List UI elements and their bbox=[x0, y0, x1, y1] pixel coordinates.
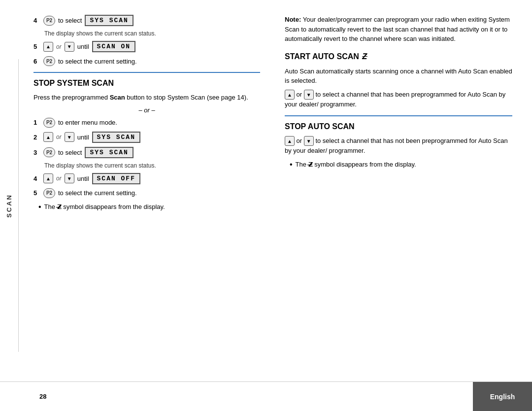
stop-auto-scan-body1: ▲ or ▼ to select a channel that has not … bbox=[285, 136, 512, 156]
left-column: 4 P2 to select SYS SCAN The display show… bbox=[33, 15, 260, 367]
note-text: Your dealer/programmer can preprogram yo… bbox=[285, 16, 510, 42]
lcd-display: SCAN ON bbox=[92, 41, 136, 52]
display-note: The display shows the current scan statu… bbox=[44, 30, 260, 37]
arrow-up-btn: ▲ bbox=[43, 42, 53, 52]
start-auto-scan-body2: ▲ or ▼ to select a channel that has been… bbox=[285, 90, 512, 109]
p2-button: P2 bbox=[43, 118, 55, 128]
stop-auto-scan-heading: STOP AUTO SCAN bbox=[285, 122, 512, 131]
content-columns: 4 P2 to select SYS SCAN The display show… bbox=[19, 0, 532, 381]
section-divider bbox=[33, 72, 260, 73]
language-tab: English bbox=[473, 382, 532, 411]
step-text: to select the current setting. bbox=[58, 58, 137, 65]
page-wrapper: SCAN 4 P2 to select SYS SCAN The display… bbox=[0, 0, 532, 411]
main-content: SCAN 4 P2 to select SYS SCAN The display… bbox=[0, 0, 532, 381]
lcd-display: SCAN OFF bbox=[92, 173, 140, 184]
step-num: 1 bbox=[33, 119, 40, 126]
or-text: or bbox=[56, 134, 62, 140]
language-label: English bbox=[490, 393, 515, 401]
auto-scan-icon: Z bbox=[361, 52, 368, 62]
arrow-up-btn: ▲ bbox=[43, 173, 53, 183]
bullet-text-right: The Z̶ symbol disappears from the displa… bbox=[296, 160, 416, 170]
bullet-item: • The Z̶ symbol disappears from the disp… bbox=[38, 202, 260, 212]
arrow-down-inline: ▼ bbox=[304, 90, 314, 100]
step-2: 2 ▲ or ▼ until SYS SCAN bbox=[33, 132, 260, 143]
step-num: 5 bbox=[33, 189, 40, 197]
bullet-dot-right: • bbox=[290, 160, 293, 170]
step-num: 6 bbox=[33, 58, 40, 65]
p2-button: P2 bbox=[43, 188, 55, 198]
step-1: 1 P2 to enter menu mode. bbox=[33, 118, 260, 128]
step-4-intro: 4 P2 to select SYS SCAN bbox=[33, 15, 260, 26]
step-text: until bbox=[77, 43, 89, 50]
step-text: until bbox=[77, 134, 89, 141]
step-text: to select bbox=[58, 149, 82, 156]
start-auto-scan-label: START AUTO SCAN bbox=[285, 52, 359, 61]
stop-system-scan-heading: STOP SYSTEM SCAN bbox=[33, 79, 260, 88]
step-4: 4 ▲ or ▼ until SCAN OFF bbox=[33, 173, 260, 184]
side-tab-label: SCAN bbox=[5, 194, 13, 218]
arrow-down-btn: ▼ bbox=[65, 132, 74, 142]
note-label: Note: bbox=[285, 16, 303, 23]
start-auto-scan-heading: START AUTO SCAN Z bbox=[285, 52, 512, 62]
p2-button: P2 bbox=[43, 147, 55, 157]
display-note: The display shows the current scan statu… bbox=[44, 162, 260, 169]
arrow-down-inline-2: ▼ bbox=[304, 136, 314, 146]
step-num: 3 bbox=[33, 149, 40, 156]
or-separator: – or – bbox=[33, 106, 260, 114]
bullet-text: The Z̶ symbol disappears from the displa… bbox=[44, 202, 165, 212]
p2-button: P2 bbox=[43, 56, 55, 66]
arrow-up-inline: ▲ bbox=[285, 90, 295, 100]
p2-button: P2 bbox=[43, 16, 55, 26]
step-5: 5 P2 to select the current setting. bbox=[33, 188, 260, 198]
step-6-intro: 6 P2 to select the current setting. bbox=[33, 56, 260, 66]
side-tab: SCAN bbox=[0, 59, 19, 352]
step-num: 4 bbox=[33, 17, 40, 24]
arrow-down-btn: ▼ bbox=[65, 173, 74, 183]
arrow-down-btn: ▼ bbox=[65, 42, 74, 52]
step-5-intro: 5 ▲ or ▼ until SCAN ON bbox=[33, 41, 260, 52]
lcd-display: SYS SCAN bbox=[85, 15, 133, 26]
lcd-display: SYS SCAN bbox=[85, 147, 133, 158]
page-number-area: 28 bbox=[0, 382, 473, 411]
arrow-up-inline-2: ▲ bbox=[285, 136, 295, 146]
step-text: to select the current setting. bbox=[58, 189, 137, 197]
step-num: 5 bbox=[33, 43, 40, 50]
step-text: to select bbox=[58, 17, 82, 24]
bottom-section: 28 English bbox=[0, 381, 532, 411]
step-3: 3 P2 to select SYS SCAN bbox=[33, 147, 260, 158]
bullet-item-right: • The Z̶ symbol disappears from the disp… bbox=[290, 160, 512, 170]
start-auto-scan-body1: Auto Scan automatically starts scanning … bbox=[285, 67, 512, 86]
step-num: 2 bbox=[33, 134, 40, 141]
stop-system-scan-body: Press the preprogrammed Scan button to s… bbox=[33, 93, 260, 103]
bullet-dot: • bbox=[38, 202, 41, 212]
arrow-up-btn: ▲ bbox=[43, 132, 53, 142]
lcd-display: SYS SCAN bbox=[92, 132, 140, 143]
section-divider-2 bbox=[285, 115, 512, 116]
note-block: Note: Your dealer/programmer can preprog… bbox=[285, 15, 512, 44]
step-text: to enter menu mode. bbox=[58, 119, 117, 126]
page-number: 28 bbox=[39, 393, 46, 400]
or-text: or bbox=[56, 175, 62, 182]
step-num: 4 bbox=[33, 175, 40, 182]
or-text: or bbox=[56, 43, 62, 50]
step-text: until bbox=[77, 175, 89, 182]
right-column: Note: Your dealer/programmer can preprog… bbox=[275, 15, 512, 367]
